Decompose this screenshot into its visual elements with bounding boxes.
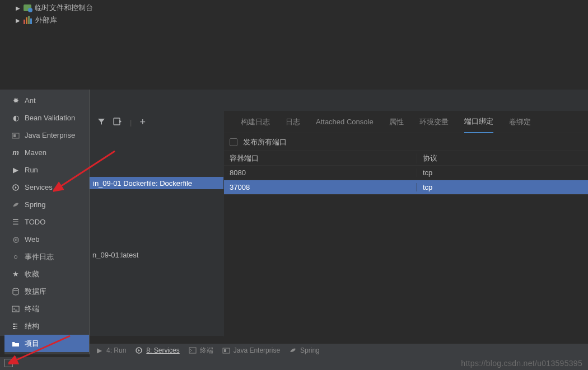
terminal-icon: [11, 305, 20, 313]
svg-rect-8: [13, 328, 15, 329]
svg-rect-12: [189, 348, 196, 353]
svg-point-4: [13, 288, 18, 291]
menu-item-structure[interactable]: 结构: [4, 317, 89, 335]
menu-item-maven[interactable]: mMaven: [4, 144, 89, 161]
tab-log[interactable]: 日志: [286, 111, 300, 133]
services-icon: [135, 346, 143, 354]
tree-item-external-libs[interactable]: ▶ 外部库: [16, 14, 588, 26]
run-icon: ▶: [95, 346, 103, 354]
bb-java-ee[interactable]: Java Enterprise: [222, 346, 280, 354]
menu-item-services[interactable]: Services: [4, 179, 89, 196]
svg-marker-3: [15, 186, 17, 189]
menu-item-project[interactable]: 项目: [4, 335, 89, 352]
menu-item-favorites[interactable]: ★收藏: [4, 265, 89, 283]
menu-item-web[interactable]: ◎Web: [4, 231, 89, 248]
col-protocol[interactable]: 协议: [417, 153, 588, 163]
bottom-tool-bar: ▶4: Run 8: Services 终端 Java Enterprise S…: [90, 344, 588, 357]
bb-run[interactable]: ▶4: Run: [95, 346, 126, 354]
database-icon: [11, 288, 20, 296]
todo-icon: ☰: [11, 218, 20, 226]
maven-icon: m: [11, 148, 20, 157]
publish-all-checkbox[interactable]: [230, 138, 237, 146]
svg-marker-11: [138, 349, 140, 352]
menu-item-java-enterprise[interactable]: Java Enterprise: [4, 127, 89, 144]
menu-item-bean-validation[interactable]: ◐Bean Validation: [4, 109, 89, 127]
publish-all-row: 发布所有端口: [224, 133, 588, 151]
gutter-bar: [0, 90, 4, 336]
table-header: 容器端口 协议: [224, 151, 588, 166]
tab-volumes[interactable]: 卷绑定: [509, 111, 531, 133]
watermark: https://blog.csdn.net/u013595395: [461, 359, 582, 368]
folder-icon: [11, 340, 20, 348]
table-row[interactable]: 37008 tcp: [224, 180, 588, 195]
menu-item-terminal[interactable]: 终端: [4, 300, 89, 317]
menu-item-database[interactable]: 数据库: [4, 283, 89, 300]
ant-icon: ✸: [11, 96, 20, 105]
tool-window-menu: ✸Ant ◐Bean Validation Java Enterprise mM…: [4, 90, 90, 354]
svg-rect-1: [13, 134, 16, 137]
run-icon: ▶: [11, 166, 20, 174]
detail-tabs: 构建日志 日志 Attached Console 属性 环境变量 端口绑定 卷绑…: [224, 111, 588, 133]
container-details-panel: 构建日志 日志 Attached Console 属性 环境变量 端口绑定 卷绑…: [223, 111, 588, 336]
services-tree-selected[interactable]: in_09-01 Dockerfile: Dockerfile: [90, 177, 223, 189]
tree-item-scratches[interactable]: ▶ 临时文件和控制台: [16, 2, 588, 14]
menu-item-spring[interactable]: Spring: [4, 196, 89, 213]
services-toolbar: | +: [90, 114, 146, 130]
add-icon[interactable]: +: [139, 116, 146, 128]
expand-arrow-icon: ▶: [16, 5, 20, 11]
tool-windows-icon[interactable]: [6, 360, 13, 367]
expand-icon[interactable]: [113, 118, 122, 127]
spring-icon: [11, 201, 20, 209]
bean-icon: ◐: [11, 114, 20, 122]
services-tree-image[interactable]: n_09-01:latest: [92, 251, 138, 259]
menu-item-run[interactable]: ▶Run: [4, 161, 89, 179]
tree-item-label: 临时文件和控制台: [35, 3, 93, 13]
java-ee-icon: [222, 346, 230, 354]
java-ee-icon: [11, 132, 20, 139]
tab-env[interactable]: 环境变量: [419, 111, 449, 133]
tree-item-label: 外部库: [35, 15, 57, 25]
terminal-icon: [189, 346, 197, 354]
menu-item-todo[interactable]: ☰TODO: [4, 213, 89, 231]
expand-arrow-icon: ▶: [16, 17, 20, 24]
tab-build-log[interactable]: 构建日志: [241, 111, 270, 133]
web-icon: ◎: [11, 235, 20, 243]
menu-item-ant[interactable]: ✸Ant: [4, 92, 89, 109]
tab-port-bindings[interactable]: 端口绑定: [464, 111, 493, 133]
external-libs-icon: [24, 16, 32, 24]
svg-rect-14: [224, 349, 226, 352]
services-icon: [11, 184, 20, 191]
table-row[interactable]: 8080 tcp: [224, 166, 588, 180]
structure-icon: [11, 322, 20, 330]
star-icon: ★: [11, 270, 20, 278]
svg-rect-9: [114, 118, 120, 125]
publish-all-label: 发布所有端口: [243, 137, 287, 147]
filter-icon[interactable]: [97, 118, 105, 127]
col-container-port[interactable]: 容器端口: [224, 153, 417, 163]
ports-table: 容器端口 协议 8080 tcp 37008 tcp: [224, 151, 588, 195]
bb-services[interactable]: 8: Services: [135, 346, 179, 354]
svg-rect-6: [13, 324, 15, 325]
bb-terminal[interactable]: 终端: [189, 346, 213, 355]
tab-properties[interactable]: 属性: [389, 111, 404, 133]
scratches-folder-icon: [24, 4, 31, 11]
event-log-icon: ○: [11, 252, 20, 261]
menu-item-event-log[interactable]: ○事件日志: [4, 248, 89, 265]
tab-attached-console[interactable]: Attached Console: [316, 111, 374, 133]
spring-icon: [289, 346, 297, 354]
svg-rect-5: [12, 306, 19, 312]
bb-spring[interactable]: Spring: [289, 346, 320, 354]
svg-rect-7: [13, 326, 15, 327]
